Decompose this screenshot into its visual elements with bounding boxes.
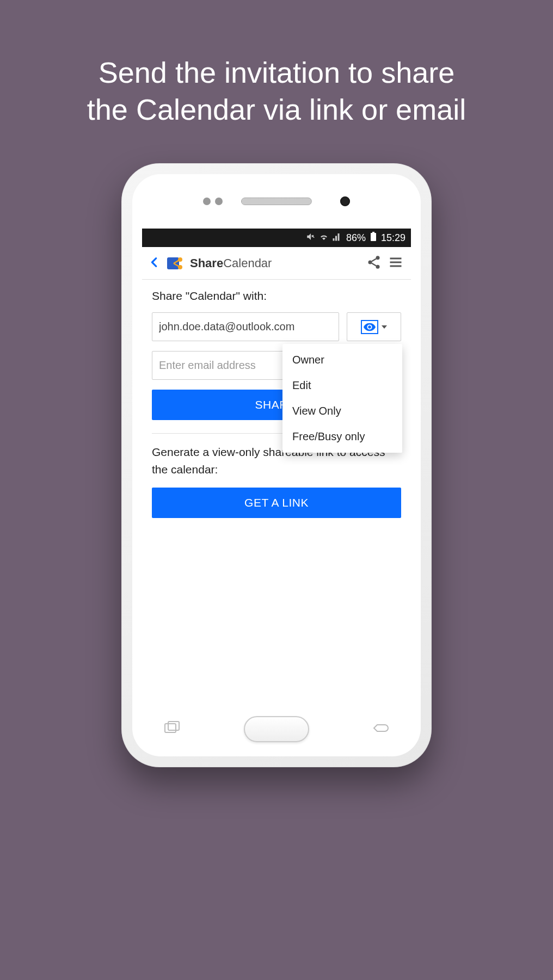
app-logo-icon	[166, 254, 185, 273]
permission-option-view-only[interactable]: View Only	[282, 398, 402, 424]
svg-rect-12	[168, 722, 179, 730]
home-button[interactable]	[244, 716, 309, 742]
back-hw-button[interactable]	[371, 720, 390, 738]
permission-option-edit[interactable]: Edit	[282, 373, 402, 398]
phone-speaker	[241, 198, 312, 205]
back-button[interactable]	[149, 255, 161, 272]
email-input-filled[interactable]	[152, 312, 339, 341]
svg-point-7	[376, 264, 380, 268]
status-bar: 86% 15:29	[142, 229, 411, 247]
svg-rect-1	[372, 232, 374, 233]
svg-point-5	[376, 256, 380, 260]
phone-top-hardware	[132, 174, 421, 229]
svg-rect-0	[371, 233, 376, 241]
recent-apps-button[interactable]	[163, 720, 182, 738]
phone-nav-bar	[132, 702, 421, 756]
promo-line-2: the Calendar via link or email	[87, 93, 466, 126]
status-icons	[306, 232, 342, 244]
svg-rect-2	[167, 257, 179, 269]
phone-frame: 86% 15:29 ShareCalendar	[121, 163, 432, 767]
phone-screen: 86% 15:29 ShareCalendar	[142, 229, 411, 702]
share-with-label: Share "Calendar" with:	[152, 289, 401, 303]
sensor-dots	[203, 198, 223, 205]
svg-rect-11	[165, 724, 176, 732]
permission-dropdown-button[interactable]	[347, 312, 401, 341]
email-row-1	[152, 312, 401, 341]
eye-icon	[361, 320, 378, 334]
app-header: ShareCalendar	[142, 247, 411, 280]
content-area: Share "Calendar" with: SHARE Generat	[142, 280, 411, 528]
app-title-rest: Calendar	[223, 256, 272, 270]
mute-icon	[306, 232, 316, 244]
app-title-bold: Share	[190, 256, 223, 270]
battery-icon	[370, 232, 377, 244]
app-title: ShareCalendar	[190, 256, 272, 270]
permission-dropdown-menu: Owner Edit View Only Free/Busy only	[282, 344, 402, 453]
permission-option-free-busy[interactable]: Free/Busy only	[282, 424, 402, 449]
caret-down-icon	[382, 325, 387, 329]
permission-option-owner[interactable]: Owner	[282, 347, 402, 373]
promo-line-1: Send the invitation to share	[99, 56, 454, 89]
phone-inner: 86% 15:29 ShareCalendar	[132, 174, 421, 756]
wifi-icon	[319, 232, 329, 244]
battery-percent: 86%	[346, 232, 366, 244]
status-time: 15:29	[381, 232, 405, 244]
signal-icon	[332, 232, 342, 244]
promo-heading: Send the invitation to share the Calenda…	[0, 0, 553, 128]
hamburger-menu-icon[interactable]	[387, 255, 404, 272]
phone-front-camera	[340, 196, 350, 206]
get-link-button[interactable]: GET A LINK	[152, 488, 401, 518]
svg-point-6	[368, 260, 372, 264]
share-icon[interactable]	[366, 255, 382, 272]
